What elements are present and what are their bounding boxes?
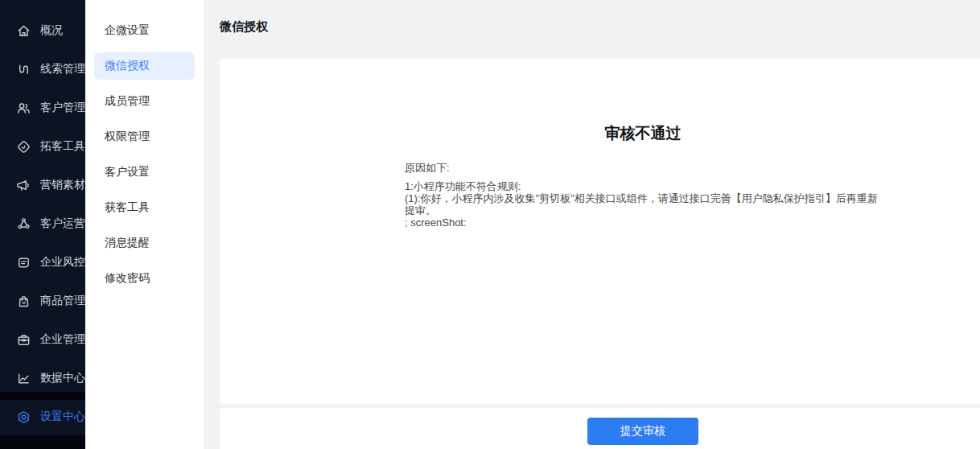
app-layout: 概况 线索管理 客户管理 拓客工具 营销素材	[0, 0, 980, 449]
menu-item-label: 企微设置	[105, 23, 150, 38]
sidebar-item-label: 企业风控	[40, 255, 85, 270]
menu-item-label: 修改密码	[105, 271, 150, 286]
menu-item-label: 权限管理	[105, 130, 150, 144]
reason-line: ; screenShot:	[405, 216, 881, 229]
audit-reason-block: 原因如下: 1:小程序功能不符合规则: (1):你好，小程序内涉及收集"剪切板"…	[405, 162, 881, 229]
menu-item-label: 成员管理	[105, 94, 150, 109]
menu-item-label: 获客工具	[105, 200, 150, 215]
menu-item-wechat-auth[interactable]: 微信授权	[94, 52, 195, 80]
sidebar-item-enterprise[interactable]: 企业管理	[0, 320, 85, 359]
menu-item-label: 微信授权	[105, 59, 150, 73]
sidebar-item-label: 拓客工具	[40, 139, 85, 154]
menu-item-customer-settings[interactable]: 客户设置	[94, 159, 195, 186]
settings-menu: 企微设置 微信授权 成员管理 权限管理 客户设置 获客工具 消息提醒 修改密码	[85, 0, 204, 449]
sidebar-item-expand-tools[interactable]: 拓客工具	[0, 127, 85, 166]
sidebar-item-label: 营销素材	[40, 178, 85, 192]
reason-line: 1:小程序功能不符合规则:	[405, 180, 881, 192]
sidebar-item-label: 线索管理	[40, 62, 85, 76]
menu-item-permission-mgmt[interactable]: 权限管理	[94, 123, 195, 150]
customers-icon	[16, 101, 31, 116]
sidebar-item-label: 客户管理	[40, 101, 85, 115]
gear-icon	[16, 410, 31, 425]
menu-item-label: 消息提醒	[105, 236, 150, 250]
menu-item-member-mgmt[interactable]: 成员管理	[94, 88, 195, 115]
clue-thread-icon	[16, 62, 31, 77]
main-area: 微信授权 审核不通过 原因如下: 1:小程序功能不符合规则: (1):你好，小程…	[204, 0, 980, 449]
sidebar-item-label: 数据中心	[40, 371, 85, 385]
menu-item-change-password[interactable]: 修改密码	[94, 265, 195, 292]
shopping-bag-icon	[16, 294, 31, 309]
home-icon	[16, 23, 31, 39]
submit-audit-button[interactable]: 提交审核	[587, 418, 698, 445]
reason-line: (1):你好，小程序内涉及收集"剪切板"相关接口或组件，请通过接口完善【用户隐私…	[405, 192, 881, 216]
sidebar-item-marketing[interactable]: 营销素材	[0, 166, 85, 204]
sidebar-separator	[0, 392, 85, 400]
sidebar-item-label: 概况	[40, 23, 63, 38]
sidebar-item-leads[interactable]: 线索管理	[0, 50, 85, 89]
sidebar-item-products[interactable]: 商品管理	[0, 282, 85, 320]
megaphone-icon	[16, 178, 31, 193]
primary-sidebar: 概况 线索管理 客户管理 拓客工具 营销素材	[0, 0, 85, 449]
expand-tools-icon	[16, 139, 31, 154]
footer-action-bar: 提交审核	[220, 408, 980, 449]
audit-result-title: 审核不通过	[220, 123, 980, 144]
briefcase-icon	[16, 332, 31, 348]
menu-item-label: 客户设置	[105, 165, 150, 179]
sidebar-item-label: 客户运营	[40, 216, 85, 231]
audit-result-card: 审核不通过 原因如下: 1:小程序功能不符合规则: (1):你好，小程序内涉及收…	[220, 59, 980, 404]
sidebar-item-label: 设置中心	[40, 410, 85, 424]
sidebar-item-operations[interactable]: 客户运营	[0, 204, 85, 243]
sidebar-item-settings-center[interactable]: 设置中心	[0, 398, 85, 436]
reason-intro: 原因如下:	[405, 162, 881, 174]
sidebar-item-risk-control[interactable]: 企业风控	[0, 243, 85, 282]
page-header: 微信授权	[204, 0, 980, 35]
sidebar-item-label: 商品管理	[40, 294, 85, 308]
menu-item-message-reminder[interactable]: 消息提醒	[94, 229, 195, 257]
sidebar-item-customers[interactable]: 客户管理	[0, 89, 85, 127]
network-icon	[16, 216, 31, 232]
menu-item-wecom-settings[interactable]: 企微设置	[94, 17, 195, 44]
sidebar-item-overview[interactable]: 概况	[0, 11, 85, 50]
menu-item-acquisition-tools[interactable]: 获客工具	[94, 194, 195, 221]
risk-doc-icon	[16, 255, 31, 270]
chart-icon	[16, 371, 31, 386]
sidebar-item-label: 企业管理	[40, 332, 85, 347]
page-title: 微信授权	[220, 19, 268, 33]
sidebar-bottom-strip	[0, 435, 85, 449]
